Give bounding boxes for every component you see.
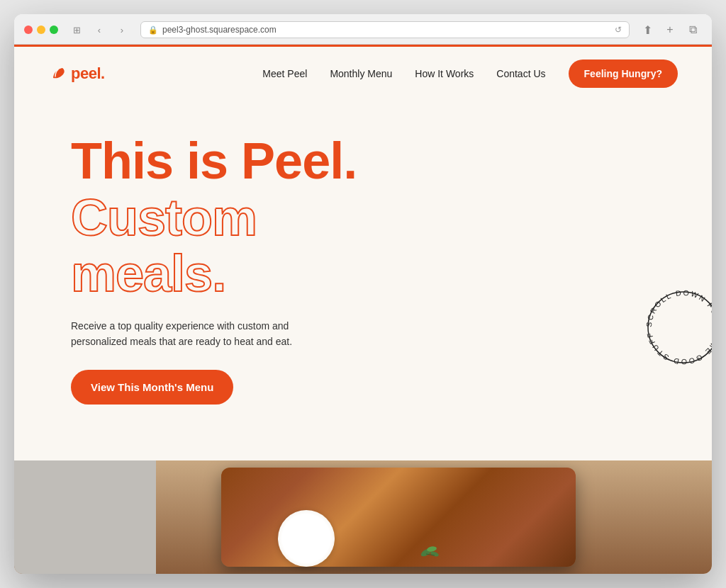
wood-board [221, 468, 576, 567]
scroll-badge: SCROLL DOWN FOR SOME GOOD STUFF – [641, 285, 712, 370]
traffic-lights [24, 26, 58, 34]
navbar: peel. Meet Peel Monthly Menu How It Work… [14, 47, 712, 101]
reload-icon[interactable]: ↺ [615, 25, 622, 35]
nav-monthly-menu[interactable]: Monthly Menu [330, 68, 392, 79]
hero-section: This is Peel. Custom meals. Receive a to… [14, 101, 712, 460]
nav-meet-peel[interactable]: Meet Peel [262, 68, 307, 79]
view-menu-button[interactable]: View This Month's Menu [71, 370, 233, 405]
forward-btn[interactable]: › [112, 22, 132, 38]
nav-links: Meet Peel Monthly Menu How It Works Cont… [262, 67, 545, 80]
hero-title-outline-meals: meals. [71, 247, 678, 301]
share-btn[interactable]: ⬆ [638, 22, 657, 38]
nav-contact-us[interactable]: Contact Us [496, 68, 545, 79]
scroll-badge-svg: SCROLL DOWN FOR SOME GOOD STUFF – [641, 285, 712, 370]
nav-how-it-works[interactable]: How It Works [415, 68, 474, 79]
back-btn[interactable]: ‹ [89, 22, 109, 38]
address-bar[interactable]: 🔒 peel3-ghost.squarespace.com ↺ [140, 21, 630, 38]
page-content: peel. Meet Peel Monthly Menu How It Work… [14, 47, 712, 574]
food-image-inner [14, 460, 712, 574]
new-tab-btn[interactable]: + [661, 22, 679, 38]
traffic-light-green[interactable] [50, 26, 58, 34]
browser-controls: ⊞ ‹ › [67, 22, 132, 38]
plate [278, 510, 335, 567]
svg-text:SCROLL DOWN FOR SOME GOOD STUF: SCROLL DOWN FOR SOME GOOD STUFF – [641, 285, 712, 366]
herb-leaves [419, 538, 440, 560]
grid-view-btn[interactable]: ⊞ [67, 22, 86, 38]
traffic-light-yellow[interactable] [37, 26, 45, 34]
traffic-light-red[interactable] [24, 26, 33, 34]
hero-title-outline-custom: Custom [71, 191, 678, 245]
url-text: peel3-ghost.squarespace.com [162, 25, 277, 35]
bg-gray [14, 460, 156, 574]
hero-title-solid: This is Peel. [71, 135, 678, 188]
browser-window: ⊞ ‹ › 🔒 peel3-ghost.squarespace.com ↺ ⬆ … [14, 14, 712, 574]
food-image-section [14, 460, 712, 574]
browser-chrome: ⊞ ‹ › 🔒 peel3-ghost.squarespace.com ↺ ⬆ … [14, 14, 712, 45]
logo-text: peel. [71, 64, 105, 83]
logo[interactable]: peel. [48, 64, 105, 84]
feeling-hungry-button[interactable]: Feeling Hungry? [569, 60, 678, 88]
tabs-btn[interactable]: ⧉ [683, 22, 702, 38]
hero-subtitle: Receive a top quality experience with cu… [71, 318, 298, 350]
browser-actions: ⬆ + ⧉ [638, 22, 702, 38]
lock-icon: 🔒 [148, 26, 158, 35]
logo-icon [48, 64, 68, 84]
